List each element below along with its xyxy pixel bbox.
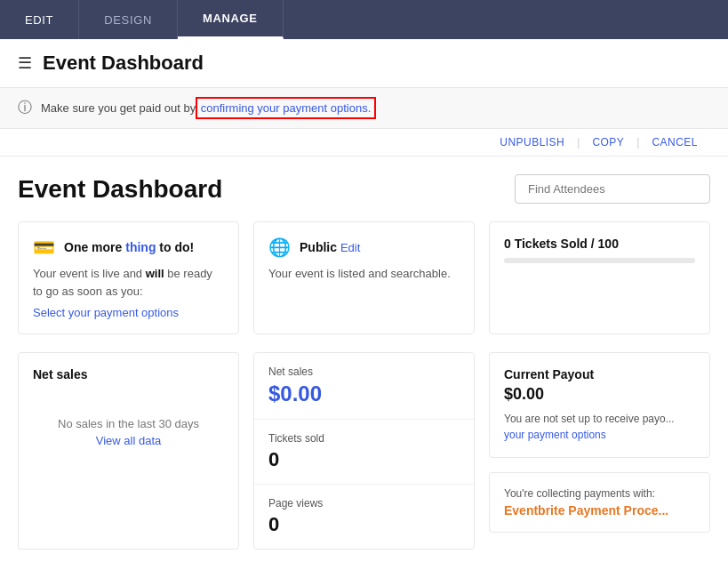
edit-public-link[interactable]: Edit	[340, 241, 360, 254]
nav-edit[interactable]: EDIT	[0, 0, 79, 39]
view-all-link[interactable]: View all data	[33, 434, 224, 447]
public-card-description: Your event is listed and searchable.	[268, 265, 460, 283]
net-sales-stat: Net sales $0.00	[254, 353, 474, 420]
find-attendees-input[interactable]	[515, 174, 710, 204]
payout-title: Current Payout	[504, 367, 695, 381]
cards-row: 💳 One more thing to do! Your event is li…	[18, 221, 710, 334]
todo-card-header: 💳 One more thing to do!	[33, 237, 224, 258]
tickets-sold-stat-value: 0	[268, 448, 460, 471]
alert-text: Make sure you get paid out by confirming…	[41, 101, 372, 115]
dashboard-title: Event Dashboard	[18, 175, 222, 204]
info-icon: ⓘ	[18, 99, 32, 117]
alert-link[interactable]: confirming your payment options.	[199, 100, 372, 116]
globe-icon: 🌐	[268, 237, 291, 258]
page-views-stat: Page views 0	[254, 485, 474, 549]
nav-design[interactable]: DESIGN	[79, 0, 178, 39]
net-sales-title: Net sales	[33, 367, 224, 381]
unpublish-button[interactable]: UNPUBLISH	[487, 136, 577, 149]
copy-button[interactable]: COPY	[580, 136, 636, 149]
no-sales-text: No sales in the last 30 days	[33, 417, 224, 430]
page-views-stat-label: Page views	[268, 497, 460, 510]
payout-amount: $0.00	[504, 385, 695, 404]
todo-card: 💳 One more thing to do! Your event is li…	[18, 221, 239, 334]
public-card-header: 🌐 Public Edit	[268, 237, 460, 258]
payout-note: You are not set up to receive payo... yo…	[504, 411, 695, 443]
todo-card-title: One more thing to do!	[64, 240, 194, 254]
payment-proc-name: Eventbrite Payment Proce...	[504, 503, 695, 518]
bottom-row: Net sales No sales in the last 30 days V…	[18, 352, 710, 550]
dashboard-header: Event Dashboard	[18, 174, 710, 204]
net-sales-card: Net sales No sales in the last 30 days V…	[18, 352, 239, 550]
todo-card-body: Your event is live and will be ready to …	[33, 265, 224, 300]
payment-proc-note: You're collecting payments with:	[504, 487, 695, 500]
hamburger-icon[interactable]: ☰	[18, 53, 32, 73]
nav-manage[interactable]: MANAGE	[178, 0, 284, 39]
payment-processor-card: You're collecting payments with: Eventbr…	[489, 472, 710, 533]
net-sales-stat-label: Net sales	[268, 365, 460, 378]
tickets-sold-card: 0 Tickets Sold / 100	[489, 221, 710, 334]
sales-stats-card: Net sales $0.00 Tickets sold 0 Page view…	[253, 352, 475, 550]
action-bar: UNPUBLISH | COPY | CANCEL	[0, 129, 728, 157]
cancel-button[interactable]: CANCEL	[639, 136, 710, 149]
page-header: ☰ Event Dashboard	[0, 39, 728, 88]
top-navigation: EDIT DESIGN MANAGE	[0, 0, 728, 39]
payout-card: Current Payout $0.00 You are not set up …	[489, 352, 710, 458]
tickets-sold-stat: Tickets sold 0	[254, 420, 474, 485]
public-card: 🌐 Public Edit Your event is listed and s…	[253, 221, 475, 334]
tickets-sold-stat-label: Tickets sold	[268, 432, 460, 445]
public-card-title: Public Edit	[300, 240, 360, 254]
page-views-stat-value: 0	[268, 513, 460, 536]
main-content: Event Dashboard 💳 One more thing to do! …	[0, 157, 728, 567]
payout-link[interactable]: your payment options	[504, 429, 606, 441]
net-sales-stat-value: $0.00	[268, 381, 460, 406]
alert-banner: ⓘ Make sure you get paid out by confirmi…	[0, 88, 728, 129]
progress-bar-background	[504, 258, 695, 263]
right-column: Current Payout $0.00 You are not set up …	[489, 352, 710, 550]
tickets-sold-label: 0 Tickets Sold / 100	[504, 237, 695, 251]
page-header-title: Event Dashboard	[43, 52, 204, 75]
credit-card-icon: 💳	[33, 237, 55, 258]
select-payment-link[interactable]: Select your payment options	[33, 306, 179, 319]
